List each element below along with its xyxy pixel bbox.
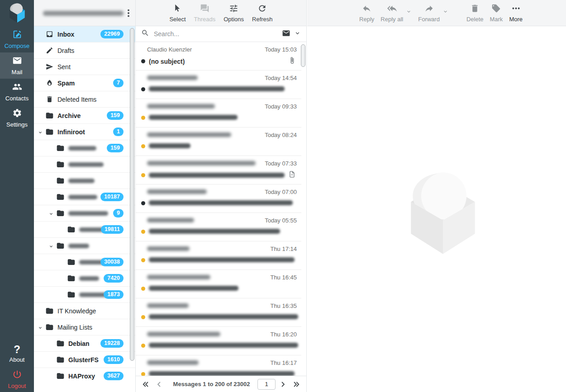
options-label: Options [224, 16, 244, 23]
message-row[interactable]: Thu 17:14 [136, 241, 301, 270]
folder-item[interactable]: 9 [34, 205, 135, 222]
contacts-label: Contacts [5, 95, 29, 102]
chevron-down-icon[interactable] [294, 30, 301, 38]
message-list: Claudio KuenzlerToday 15:03(no subject)T… [136, 42, 301, 376]
unread-badge: 1610 [104, 355, 124, 364]
folder-item[interactable] [34, 238, 135, 254]
refresh-button[interactable]: Refresh [252, 4, 273, 23]
note-icon [288, 170, 296, 180]
folder-scrollbar[interactable] [130, 28, 134, 361]
reply-all-label: Reply all [381, 16, 403, 23]
message-row[interactable]: Claudio KuenzlerToday 15:03(no subject) [136, 42, 301, 71]
search-bar [136, 26, 306, 42]
reply-icon [362, 4, 371, 14]
folder-name: Inbox [57, 31, 74, 38]
chevron-down-icon[interactable] [406, 8, 412, 16]
folder-item-archive[interactable]: Archive159 [34, 108, 135, 124]
message-row[interactable]: Today 07:00 [136, 184, 301, 213]
message-row[interactable]: Today 05:55 [136, 213, 301, 241]
sender-redacted [147, 274, 210, 281]
logout-label: Logout [8, 383, 26, 389]
subject-redacted [149, 171, 285, 179]
folder-item-glusterfs[interactable]: GlusterFS1610 [34, 352, 135, 368]
power-icon [12, 369, 22, 381]
message-row[interactable]: Today 14:54 [136, 71, 301, 99]
forward-button[interactable]: Forward [418, 4, 440, 23]
chevron-down-icon[interactable] [38, 325, 43, 332]
folder-item-spam[interactable]: Spam7 [34, 75, 135, 91]
message-row[interactable]: Today 09:33 [136, 99, 301, 128]
message-row[interactable]: Thu 16:35 [136, 298, 301, 327]
unread-badge: 19811 [101, 225, 124, 234]
folder-item[interactable] [34, 156, 135, 173]
account-menu-button[interactable] [124, 8, 133, 19]
sender-redacted [147, 75, 198, 81]
sender-redacted [147, 331, 220, 338]
message-row[interactable]: Today 08:24 [136, 128, 301, 156]
unread-dot [141, 59, 145, 63]
chevron-down-icon[interactable] [48, 243, 54, 250]
chevron-down-icon[interactable] [48, 211, 54, 218]
chevron-down-icon[interactable] [442, 8, 448, 16]
subject-redacted [149, 227, 280, 236]
nav-settings[interactable]: Settings [0, 105, 34, 131]
subject-redacted [149, 284, 238, 293]
folder-item-sent[interactable]: Sent [34, 59, 135, 75]
folder-name-redacted [68, 210, 108, 217]
folder-item-infiniroot[interactable]: Infiniroot1 [34, 124, 135, 140]
folder-item-deleted-items[interactable]: Deleted Items [34, 91, 135, 108]
date: Thu 16:20 [270, 331, 297, 338]
date: Today 15:03 [265, 46, 297, 53]
compose-button[interactable]: Compose [0, 26, 34, 52]
delete-button[interactable]: Delete [466, 4, 484, 23]
folder-item[interactable]: 10187 [34, 189, 135, 205]
folder-item[interactable]: 30038 [34, 254, 135, 270]
folder-item-mailing-lists[interactable]: Mailing Lists [34, 319, 135, 335]
folder-name-redacted [68, 161, 104, 168]
more-button[interactable]: More [509, 4, 523, 23]
folder-item-haproxy[interactable]: HAProxy3627 [34, 368, 135, 381]
folder-item[interactable] [34, 173, 135, 189]
list-scrollbar[interactable] [301, 44, 305, 67]
mark-button[interactable]: Mark [490, 4, 503, 23]
unread-badge: 159 [107, 111, 124, 120]
nav-mail[interactable]: Mail [0, 52, 34, 79]
folder-item-inbox[interactable]: Inbox22969 [34, 26, 135, 43]
folder-icon [46, 112, 53, 121]
message-row[interactable]: Thu 16:20 [136, 327, 301, 355]
select-button[interactable]: Select [169, 4, 185, 23]
folder-icon [57, 161, 64, 170]
next-page-button[interactable] [276, 379, 289, 390]
folder-item-it-knowledge[interactable]: IT Knowledge [34, 303, 135, 319]
message-row[interactable]: Today 07:33 [136, 156, 301, 184]
folder-item[interactable]: 1873 [34, 287, 135, 303]
list-pagination: Messages 1 to 200 of 23002 [136, 376, 306, 392]
search-input[interactable] [153, 30, 278, 38]
about-button[interactable]: ? About [0, 341, 34, 366]
folder-item[interactable]: 19811 [34, 222, 135, 238]
chevron-down-icon[interactable] [38, 129, 43, 137]
reply-button[interactable]: Reply [359, 4, 374, 23]
threads-button[interactable]: Threads [194, 4, 216, 23]
subject: (no subject) [149, 58, 185, 65]
first-page-button[interactable] [139, 379, 152, 390]
folder-item[interactable]: 7420 [34, 270, 135, 287]
reply-all-button[interactable]: Reply all [381, 4, 403, 23]
folder-item-drafts[interactable]: Drafts [34, 43, 135, 59]
subject-redacted [149, 199, 293, 207]
nav-contacts[interactable]: Contacts [0, 79, 34, 105]
message-row[interactable]: Thu 16:45 [136, 270, 301, 298]
envelope-icon[interactable] [282, 29, 290, 39]
folder-item[interactable]: 159 [34, 140, 135, 156]
date: Today 09:33 [265, 103, 297, 110]
page-input[interactable] [257, 379, 276, 390]
sender: Claudio Kuenzler [147, 46, 192, 53]
message-row[interactable]: Thu 16:17 [136, 355, 301, 376]
mail-icon [12, 56, 22, 67]
folder-item-debian[interactable]: Debian19228 [34, 335, 135, 352]
last-page-button[interactable] [290, 379, 303, 390]
logout-button[interactable]: Logout [0, 366, 34, 392]
account-header [34, 0, 135, 26]
options-button[interactable]: Options [224, 4, 244, 23]
prev-page-button[interactable] [153, 379, 166, 390]
